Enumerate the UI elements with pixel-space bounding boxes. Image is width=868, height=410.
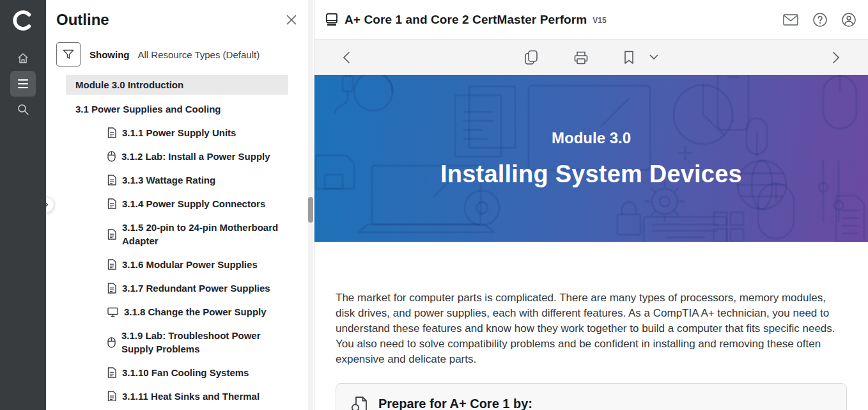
main-content: A+ Core 1 and Core 2 CertMaster Perform … [314, 0, 868, 410]
outline-item-3-1-4[interactable]: 3.1.4 Power Supply Connectors [66, 192, 288, 216]
outline-panel: Outline Showing All Resource Types (Defa… [46, 0, 314, 410]
document-icon [107, 127, 116, 138]
search-icon [17, 103, 29, 116]
document-search-icon [351, 395, 369, 410]
outline-scrollbar-thumb[interactable] [308, 197, 313, 223]
outline-item-module-3-0[interactable]: Module 3.0 Introduction [66, 75, 288, 95]
lesson-body: The market for computer parts is complic… [314, 242, 868, 410]
account-button[interactable] [841, 12, 857, 28]
outline-menu-button[interactable] [10, 71, 36, 97]
mail-icon [783, 14, 798, 26]
copy-button[interactable] [522, 47, 541, 68]
messages-button[interactable] [782, 13, 800, 27]
chevron-left-icon [343, 51, 350, 64]
filter-button[interactable] [56, 42, 81, 67]
outline-item-label: 3.1.8 Change the Power Supply [124, 305, 267, 319]
outline-item-label: 3.1.3 Wattage Rating [122, 173, 215, 187]
outline-item-label: 3.1.7 Redundant Power Supplies [122, 281, 270, 295]
course-title: A+ Core 1 and Core 2 CertMaster Perform [345, 13, 587, 27]
filter-row: Showing All Resource Types (Default) [56, 42, 314, 67]
monitor-icon [107, 307, 118, 317]
outline-item-3-1-7[interactable]: 3.1.7 Redundant Power Supplies [66, 276, 288, 300]
copy-icon [524, 50, 538, 65]
course-version-badge: V15 [593, 16, 606, 25]
previous-page-button[interactable] [340, 49, 353, 67]
next-page-button[interactable] [830, 49, 842, 67]
outline-item-label: 3.1.9 Lab: Troubleshoot Power Supply Pro… [121, 329, 283, 356]
left-rail [0, 0, 46, 410]
outline-item-label: 3.1.6 Modular Power Supplies [122, 258, 258, 271]
mouse-icon [107, 151, 116, 162]
course-book-icon [325, 13, 338, 26]
outline-list: Module 3.0 Introduction 3.1 Power Suppli… [66, 75, 288, 401]
bookmark-icon [624, 51, 634, 65]
funnel-icon [62, 48, 75, 61]
hero-module-title: Installing System Devices [440, 161, 742, 188]
help-icon [813, 13, 827, 27]
outline-item-label: 3.1.4 Power Supply Connectors [122, 197, 265, 210]
outline-item-label: 3.1 Power Supplies and Cooling [75, 102, 221, 116]
filter-showing-label: Showing [89, 49, 130, 60]
outline-item-3-1-11[interactable]: 3.1.11 Heat Sinks and Thermal [66, 384, 288, 401]
bookmark-menu-button[interactable] [647, 52, 661, 63]
print-icon [573, 50, 589, 65]
intro-paragraph: The market for computer parts is complic… [336, 290, 847, 367]
mouse-icon [107, 337, 116, 348]
module-hero-banner: Module 3.0 Installing System Devices [314, 75, 868, 242]
document-icon [107, 259, 116, 270]
outline-item-label: 3.1.5 20-pin to 24-pin Motherboard Adapt… [122, 221, 283, 248]
filter-value: All Resource Types (Default) [138, 49, 260, 60]
caret-down-icon [649, 54, 658, 60]
comptia-logo[interactable] [9, 6, 37, 35]
outline-item-label: Module 3.0 Introduction [75, 78, 183, 91]
document-icon [107, 198, 116, 209]
outline-item-label: 3.1.1 Power Supply Units [122, 126, 236, 139]
outline-item-3-1-6[interactable]: 3.1.6 Modular Power Supplies [66, 253, 288, 276]
bookmark-button[interactable] [621, 48, 637, 67]
menu-icon [17, 79, 29, 89]
document-icon [107, 367, 116, 378]
document-icon [107, 391, 116, 401]
outline-item-3-1[interactable]: 3.1 Power Supplies and Cooling [66, 97, 288, 121]
account-icon [842, 13, 856, 27]
close-icon [286, 14, 297, 26]
prepare-card: Prepare for A+ Core 1 by: [336, 383, 847, 410]
outline-panel-title: Outline [56, 11, 109, 29]
outline-item-3-1-1[interactable]: 3.1.1 Power Supply Units [66, 121, 288, 145]
document-icon [107, 283, 116, 294]
hero-module-label: Module 3.0 [552, 129, 631, 147]
lesson-toolbar [314, 40, 868, 75]
outline-item-3-1-10[interactable]: 3.1.10 Fan Cooling Systems [66, 361, 288, 384]
document-icon [107, 175, 116, 185]
help-button[interactable] [812, 12, 828, 28]
app-window: Outline Showing All Resource Types (Defa… [0, 0, 868, 410]
outline-item-label: 3.1.2 Lab: Install a Power Supply [121, 150, 270, 163]
outline-item-3-1-8[interactable]: 3.1.8 Change the Power Supply [66, 300, 288, 324]
logo-c-icon [12, 9, 35, 32]
chevron-right-icon [832, 51, 840, 64]
home-icon [17, 52, 29, 65]
outline-item-3-1-5[interactable]: 3.1.5 20-pin to 24-pin Motherboard Adapt… [66, 216, 288, 253]
print-button[interactable] [571, 47, 591, 68]
outline-item-label: 3.1.11 Heat Sinks and Thermal [122, 390, 260, 401]
home-button[interactable] [10, 45, 36, 71]
prepare-heading: Prepare for A+ Core 1 by: [378, 397, 532, 410]
outline-item-3-1-9[interactable]: 3.1.9 Lab: Troubleshoot Power Supply Pro… [66, 324, 288, 361]
course-header: A+ Core 1 and Core 2 CertMaster Perform … [314, 0, 868, 40]
document-icon [107, 229, 116, 240]
close-outline-button[interactable] [286, 14, 297, 26]
outline-item-3-1-2[interactable]: 3.1.2 Lab: Install a Power Supply [66, 145, 288, 168]
outline-item-3-1-3[interactable]: 3.1.3 Wattage Rating [66, 168, 288, 192]
search-button[interactable] [10, 97, 36, 122]
outline-item-label: 3.1.10 Fan Cooling Systems [122, 366, 249, 379]
